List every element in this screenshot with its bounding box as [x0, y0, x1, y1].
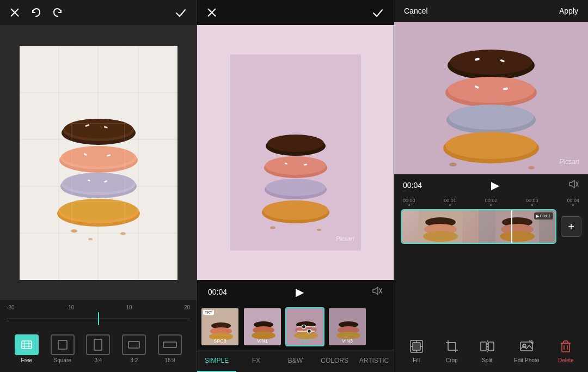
video-preview-area: Picsart — [394, 22, 588, 174]
video-tool-split[interactable]: Split — [479, 338, 496, 363]
filter-time: 00:04 — [208, 288, 227, 296]
video-tools-bar: Fill Crop — [394, 331, 588, 372]
filter-categories: SIMPLE FX B&W COLORS ARTISTIC — [197, 350, 394, 372]
filter-image-area: Picsart — [197, 25, 394, 280]
filter-controls: 00:04 ▶ — [197, 280, 394, 304]
timeline-playhead — [511, 210, 512, 243]
filter-top-bar — [197, 0, 394, 25]
svg-point-28 — [71, 229, 77, 233]
svg-point-30 — [88, 238, 93, 240]
ruler-04: 00:04 — [567, 198, 579, 206]
ruler-03: 00:03 — [526, 198, 538, 206]
delete-label: Delete — [558, 357, 574, 363]
filter-thumb-vin2-label: VIN2 — [286, 338, 323, 344]
filter-cat-simple[interactable]: SIMPLE — [197, 350, 236, 372]
add-clip-button[interactable]: + — [561, 216, 581, 237]
svg-point-58 — [270, 227, 275, 229]
svg-point-51 — [265, 156, 326, 175]
ratio169-icon-box — [158, 334, 182, 355]
timeline-ruler: 00:00 00:01 00:02 00:03 00:04 — [394, 196, 588, 207]
fill-icon — [408, 338, 425, 355]
slider-tick-minus10: -10 — [66, 304, 74, 310]
svg-marker-60 — [373, 287, 378, 295]
crop-photo — [20, 46, 177, 280]
filter-volume-button[interactable] — [372, 286, 383, 298]
square-label: Square — [54, 357, 71, 363]
filter-thumb-spc3[interactable]: TRY SPC3 — [200, 307, 240, 346]
crop-tools-bar: Free Square 3:4 3:2 — [0, 329, 197, 372]
svg-point-109 — [500, 231, 535, 242]
ratio32-label: 3:2 — [130, 357, 138, 363]
crop-tool-square[interactable]: Square — [51, 334, 75, 363]
slider-tick-plus10: 10 — [126, 304, 132, 310]
redo-button[interactable] — [52, 7, 63, 18]
svg-point-17 — [63, 146, 134, 167]
ratio34-icon-box — [86, 334, 110, 355]
timeline-track: ▶ 00:01 + — [394, 207, 588, 246]
svg-point-55 — [266, 179, 326, 196]
video-tool-edit-photo[interactable]: Edit Photo — [514, 338, 539, 363]
free-icon-box — [15, 334, 39, 355]
ratio169-label: 16:9 — [164, 357, 175, 363]
svg-point-57 — [263, 200, 328, 220]
timeline-clip-2[interactable]: ▶ 00:01 — [479, 210, 555, 243]
timeline-clips[interactable]: ▶ 00:01 — [401, 209, 556, 244]
slider-track[interactable] — [0, 310, 197, 327]
filter-thumb-vin2[interactable]: VIN2 — [285, 307, 324, 346]
cancel-button[interactable]: Cancel — [404, 7, 428, 15]
filter-thumb-vin1[interactable]: VIN1 — [243, 307, 282, 346]
slider-indicator — [98, 312, 99, 325]
crop-tool-169[interactable]: 16:9 — [158, 334, 182, 363]
video-volume-button[interactable] — [568, 179, 579, 192]
filter-cat-fx[interactable]: FX — [236, 350, 275, 372]
filter-photo: Picsart — [230, 54, 361, 251]
svg-marker-99 — [569, 180, 574, 188]
split-label: Split — [482, 357, 492, 363]
filter-play-button[interactable]: ▶ — [296, 285, 304, 298]
delete-icon — [557, 338, 574, 355]
clip-badge: ▶ 00:01 — [534, 212, 553, 219]
video-play-button[interactable]: ▶ — [491, 179, 499, 192]
svg-point-27 — [60, 199, 137, 221]
split-icon — [479, 338, 496, 355]
filter-thumb-try-label: TRY — [203, 310, 214, 315]
timeline-clip-1[interactable] — [402, 210, 479, 243]
confirm-button[interactable] — [175, 7, 187, 19]
crop-top-bar — [0, 0, 197, 25]
close-button[interactable] — [10, 8, 20, 17]
ratio32-icon-box — [122, 334, 146, 355]
square-icon-box — [51, 334, 75, 355]
filter-watermark: Picsart — [336, 235, 354, 242]
svg-rect-111 — [413, 343, 420, 350]
filter-cat-artistic[interactable]: ARTISTIC — [354, 350, 394, 372]
timeline-area: 00:00 00:01 00:02 00:03 00:04 — [394, 196, 588, 248]
filter-close-button[interactable] — [207, 8, 217, 17]
video-tool-fill[interactable]: Fill — [408, 338, 425, 363]
svg-rect-120 — [448, 343, 456, 350]
filter-confirm-button[interactable] — [372, 7, 384, 19]
video-tool-delete[interactable]: Delete — [557, 338, 574, 363]
crop-tool-34[interactable]: 3:4 — [86, 334, 110, 363]
filter-cat-bw[interactable]: B&W — [275, 350, 315, 372]
filter-thumb-vin3[interactable]: VIN3 — [328, 307, 367, 346]
apply-button[interactable]: Apply — [559, 7, 578, 15]
slider-max-label: 20 — [184, 304, 190, 310]
video-tool-crop[interactable]: Crop — [443, 338, 461, 363]
svg-rect-128 — [562, 343, 569, 352]
undo-button[interactable] — [30, 7, 41, 18]
filter-cat-colors[interactable]: COLORS — [315, 350, 354, 372]
slider-min-label: -20 — [7, 304, 14, 310]
crop-tool-free[interactable]: Free — [15, 334, 39, 363]
filter-panel: Picsart 00:04 ▶ TRY SPC3 — [197, 0, 394, 372]
crop-image-area[interactable] — [0, 25, 197, 300]
ruler-01: 00:01 — [444, 198, 456, 206]
svg-point-12 — [65, 119, 132, 138]
svg-point-105 — [423, 231, 458, 242]
svg-point-29 — [120, 232, 126, 235]
svg-rect-41 — [94, 339, 102, 350]
free-label: Free — [21, 357, 33, 363]
svg-rect-122 — [488, 342, 494, 351]
video-controls: 00:04 ▶ — [394, 174, 588, 196]
ruler-marks: 00:00 00:01 00:02 00:03 00:04 — [403, 198, 579, 206]
crop-tool-32[interactable]: 3:2 — [122, 334, 146, 363]
